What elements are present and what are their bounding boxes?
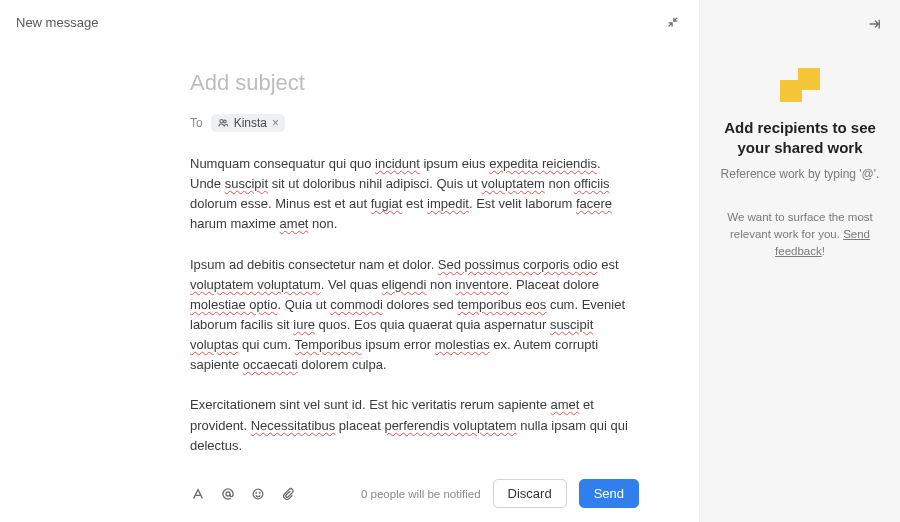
group-icon xyxy=(217,117,229,129)
recipients-row: To Kinsta × xyxy=(190,114,639,132)
mention-icon[interactable] xyxy=(220,486,236,502)
subject-input[interactable]: Add subject xyxy=(190,70,639,96)
remove-recipient-icon[interactable]: × xyxy=(272,117,279,129)
emoji-icon[interactable] xyxy=(250,486,266,502)
discard-button[interactable]: Discard xyxy=(493,479,567,508)
message-paragraph: Numquam consequatur qui quo incidunt ips… xyxy=(190,154,630,235)
message-paragraph: Exercitationem sint vel sunt id. Est hic… xyxy=(190,395,630,455)
sidebar-note: We want to surface the most relevant wor… xyxy=(716,209,884,261)
app-root: New message Add subject To Kinsta × Numq… xyxy=(0,0,900,522)
svg-point-3 xyxy=(253,489,263,499)
recipient-chip-label: Kinsta xyxy=(234,116,267,130)
message-body[interactable]: Numquam consequatur qui quo incidunt ips… xyxy=(190,154,639,468)
compose-footer: 0 people will be notified Discard Send xyxy=(0,468,699,522)
to-label: To xyxy=(190,116,203,130)
compose-header: New message xyxy=(0,0,699,44)
svg-point-0 xyxy=(220,119,223,122)
collapse-sidebar-icon[interactable] xyxy=(864,14,884,34)
notify-count-text: 0 people will be notified xyxy=(361,488,481,500)
minimize-icon[interactable] xyxy=(663,12,683,32)
compose-panel: New message Add subject To Kinsta × Numq… xyxy=(0,0,700,522)
svg-point-5 xyxy=(259,492,260,493)
send-button[interactable]: Send xyxy=(579,479,639,508)
attachment-icon[interactable] xyxy=(280,486,296,502)
svg-point-4 xyxy=(256,492,257,493)
recipient-chip[interactable]: Kinsta × xyxy=(211,114,285,132)
sidebar-subtitle: Reference work by typing '@'. xyxy=(721,167,880,181)
text-style-icon[interactable] xyxy=(190,486,206,502)
message-paragraph: Ipsum ad debitis consectetur nam et dolo… xyxy=(190,255,630,376)
sidebar-illustration xyxy=(780,62,820,102)
sidebar-title: Add recipients to see your shared work xyxy=(716,118,884,159)
compose-body: Add subject To Kinsta × Numquam consequa… xyxy=(0,44,699,468)
context-sidebar: Add recipients to see your shared work R… xyxy=(700,0,900,522)
window-title: New message xyxy=(16,15,98,30)
svg-point-1 xyxy=(223,120,226,123)
toolbar-icons xyxy=(190,486,296,502)
